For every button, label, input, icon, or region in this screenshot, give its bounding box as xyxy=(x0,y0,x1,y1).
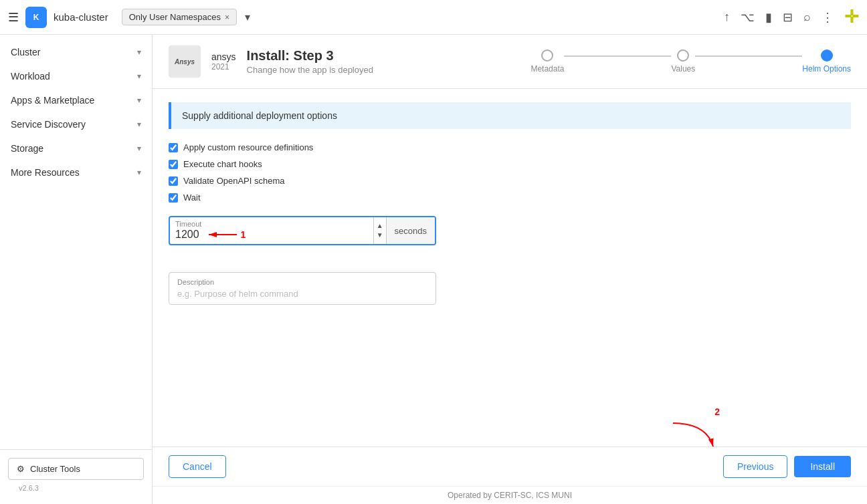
description-placeholder: e.g. Purpose of helm command xyxy=(177,289,427,299)
topbar-actions: ↑ ⌥ ▮ ⊟ ⌕ ⋮ ✛ xyxy=(724,7,859,27)
app-info: ansys 2021 xyxy=(211,51,236,72)
annotation-number-1: 1 xyxy=(241,229,246,240)
namespace-label: Only User Namespaces xyxy=(129,12,221,22)
sidebar-label-apps: Apps & Marketplace xyxy=(11,95,94,106)
sidebar: Cluster ▾ Workload ▾ Apps & Marketplace … xyxy=(0,35,153,504)
step-connector-2 xyxy=(695,55,802,57)
chevron-down-icon: ▾ xyxy=(137,144,141,153)
app-header: Ansys ansys 2021 Install: Step 3 Change … xyxy=(153,35,867,89)
timeout-input-inner: 1200 1 xyxy=(175,228,368,241)
add-icon[interactable]: ✛ xyxy=(844,7,859,27)
checkbox-validate-schema-input[interactable] xyxy=(169,176,178,186)
previous-button[interactable]: Previous xyxy=(723,455,787,478)
install-title: Install: Step 3 xyxy=(247,48,373,64)
sidebar-item-storage[interactable]: Storage ▾ xyxy=(0,136,152,160)
footer-right: Previous Install xyxy=(723,455,851,478)
namespace-filter[interactable]: Only User Namespaces × xyxy=(122,9,237,25)
section-header: Supply additional deployment options xyxy=(169,102,851,129)
checkbox-execute-hooks-label: Execute chart hooks xyxy=(183,159,262,169)
sidebar-label-workload: Workload xyxy=(11,71,50,82)
cluster-tools-label: Cluster Tools xyxy=(30,464,80,474)
sidebar-label-storage: Storage xyxy=(11,143,43,154)
sidebar-label-more-resources: More Resources xyxy=(11,167,80,178)
bottom-bar-text: Operated by CERIT-SC, ICS MUNI xyxy=(448,491,572,500)
stepper: Metadata Values Helm Options xyxy=(531,49,851,74)
sidebar-item-service-discovery[interactable]: Service Discovery ▾ xyxy=(0,112,152,136)
install-subtitle: Change how the app is deployed xyxy=(247,65,373,75)
arrow-left-icon xyxy=(205,228,238,241)
timeout-unit: seconds xyxy=(386,217,435,244)
sidebar-item-cluster[interactable]: Cluster ▾ xyxy=(0,40,152,64)
checkbox-validate-schema-label: Validate OpenAPI schema xyxy=(183,176,285,186)
chevron-down-icon: ▾ xyxy=(137,120,141,129)
chevron-down-icon: ▾ xyxy=(137,168,141,177)
step-metadata: Metadata xyxy=(531,49,564,74)
topbar: ☰ K kuba-cluster Only User Namespaces × … xyxy=(0,0,867,35)
app-logo-icon: K xyxy=(25,7,47,28)
app-name: ansys xyxy=(211,51,236,62)
step-circle-metadata xyxy=(541,49,553,61)
menu-icon[interactable]: ☰ xyxy=(8,10,19,25)
step-values: Values xyxy=(671,49,695,74)
description-label: Description xyxy=(177,278,427,286)
sidebar-item-more-resources[interactable]: More Resources ▾ xyxy=(0,160,152,184)
timeout-row-wrapper: Timeout 1200 1 xyxy=(169,216,851,259)
checkbox-group: Apply custom resource definitions Execut… xyxy=(169,142,851,203)
chevron-down-icon: ▾ xyxy=(137,72,141,81)
sidebar-nav: Cluster ▾ Workload ▾ Apps & Marketplace … xyxy=(0,35,152,449)
more-icon[interactable]: ⋮ xyxy=(822,10,834,25)
sidebar-item-apps[interactable]: Apps & Marketplace ▾ xyxy=(0,88,152,112)
cancel-button[interactable]: Cancel xyxy=(169,455,226,478)
step-helm-options: Helm Options xyxy=(802,49,851,74)
checkbox-execute-hooks-input[interactable] xyxy=(169,160,178,169)
timeout-input-wrap: Timeout 1200 1 xyxy=(170,217,373,244)
form-area: Supply additional deployment options App… xyxy=(153,89,867,447)
checkbox-execute-hooks[interactable]: Execute chart hooks xyxy=(169,159,851,169)
checkbox-wait-label: Wait xyxy=(183,193,201,203)
checkbox-apply-custom-label: Apply custom resource definitions xyxy=(183,142,313,152)
step-circle-helm xyxy=(821,49,833,61)
search-icon[interactable]: ⌕ xyxy=(803,10,811,24)
timeout-spinners[interactable]: ▲ ▼ xyxy=(373,217,386,244)
step-connector-1 xyxy=(564,55,671,57)
step-label-values: Values xyxy=(671,64,695,74)
layers-icon[interactable]: ⊟ xyxy=(783,10,793,25)
description-field[interactable]: Description e.g. Purpose of helm command xyxy=(169,272,436,305)
main-layout: Cluster ▾ Workload ▾ Apps & Marketplace … xyxy=(0,35,867,504)
version-label: v2.6.3 xyxy=(8,480,144,496)
step-circle-values xyxy=(677,49,689,61)
footer: Cancel Previous Install xyxy=(153,447,867,486)
checkbox-apply-custom[interactable]: Apply custom resource definitions xyxy=(169,142,851,152)
checkbox-wait[interactable]: Wait xyxy=(169,193,851,203)
timeout-field: Timeout 1200 1 xyxy=(169,216,436,245)
bottom-bar: Operated by CERIT-SC, ICS MUNI xyxy=(153,486,867,504)
spinner-down-button[interactable]: ▼ xyxy=(377,231,383,240)
cluster-name: kuba-cluster xyxy=(54,11,108,23)
step-label-helm: Helm Options xyxy=(802,64,851,74)
app-vendor-logo: Ansys xyxy=(169,45,201,78)
sidebar-label-cluster: Cluster xyxy=(11,47,40,57)
sidebar-item-workload[interactable]: Workload ▾ xyxy=(0,64,152,88)
namespace-close-icon[interactable]: × xyxy=(225,13,229,22)
install-button[interactable]: Install xyxy=(794,456,851,477)
timeout-label: Timeout xyxy=(175,220,368,228)
upload-icon[interactable]: ↑ xyxy=(724,10,730,24)
terminal-icon[interactable]: ⌥ xyxy=(741,10,755,25)
checkbox-wait-input[interactable] xyxy=(169,193,178,203)
spinner-up-button[interactable]: ▲ xyxy=(377,221,383,231)
step-label-metadata: Metadata xyxy=(531,64,564,74)
chevron-down-icon: ▾ xyxy=(137,96,141,105)
cluster-tools-button[interactable]: ⚙ Cluster Tools xyxy=(8,458,144,480)
content-area: Ansys ansys 2021 Install: Step 3 Change … xyxy=(153,35,867,504)
namespace-dropdown-icon[interactable]: ▾ xyxy=(245,11,250,23)
footer-left: Cancel xyxy=(169,455,226,478)
annotation-1-wrap: 1 xyxy=(205,228,246,241)
chevron-down-icon: ▾ xyxy=(137,47,141,57)
battery-icon[interactable]: ▮ xyxy=(765,10,772,25)
checkbox-apply-custom-input[interactable] xyxy=(169,143,178,152)
checkbox-validate-schema[interactable]: Validate OpenAPI schema xyxy=(169,176,851,186)
install-info: Install: Step 3 Change how the app is de… xyxy=(247,48,373,75)
app-year: 2021 xyxy=(211,62,236,72)
sidebar-label-service-discovery: Service Discovery xyxy=(11,119,86,130)
gear-icon: ⚙ xyxy=(17,464,25,474)
